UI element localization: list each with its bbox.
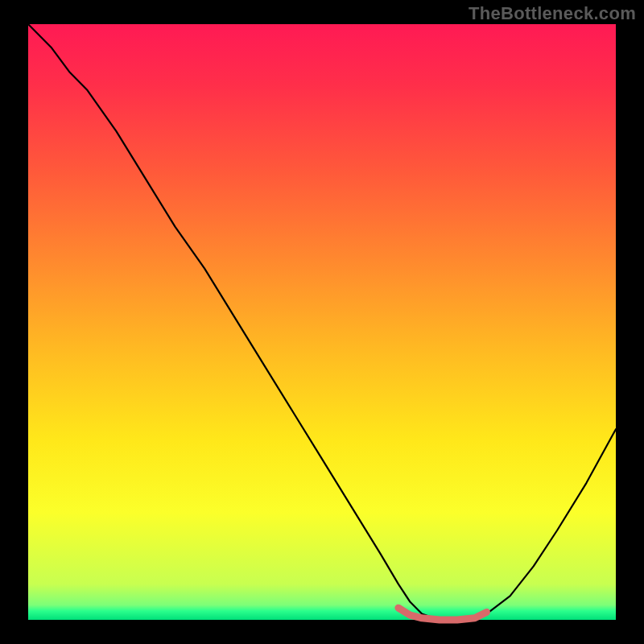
attribution-text: TheBottleneck.com	[469, 3, 636, 24]
gradient-background	[28, 24, 616, 620]
chart-stage: TheBottleneck.com	[0, 0, 644, 644]
chart-svg	[0, 0, 644, 644]
